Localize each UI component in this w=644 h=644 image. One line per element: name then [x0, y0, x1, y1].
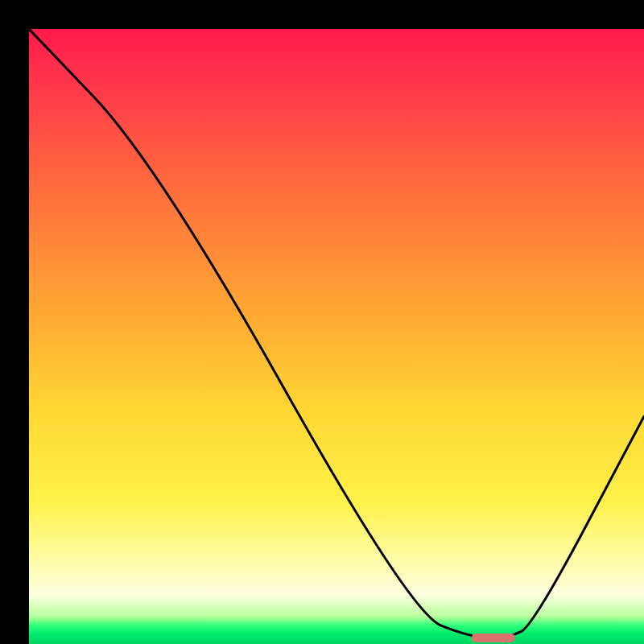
curve-path: [29, 29, 644, 638]
optimal-marker: [472, 634, 515, 642]
chart-svg: [29, 29, 644, 644]
bottleneck-curve: [29, 29, 644, 638]
plot-area: [29, 29, 644, 644]
chart-frame: [0, 0, 644, 644]
optimal-marker-rect: [472, 634, 515, 642]
